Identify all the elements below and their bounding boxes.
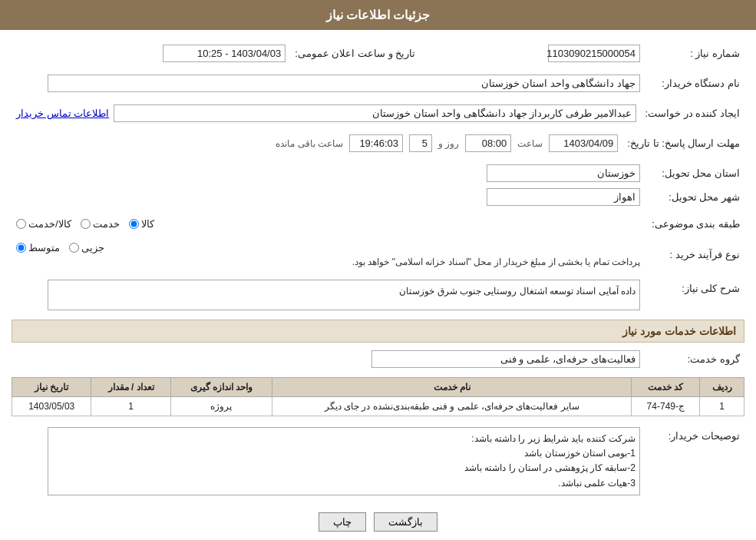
row-shomare-tarikh: شماره نیاز : 1103090215000054 تاریخ و سا… xyxy=(12,41,744,65)
th-tedad: تعداد / مقدار xyxy=(91,378,170,397)
th-tarikh: تاریخ نیاز xyxy=(12,378,91,397)
gorohe-table: گروه خدمت: فعالیت‌های حرفه‌ای، علمی و فن… xyxy=(12,347,744,371)
service-table-body: 1 ج-749-74 سایر فعالیت‌های حرفه‌ای، علمی… xyxy=(12,397,744,416)
cell-nam: سایر فعالیت‌های حرفه‌ای، علمی و فنی طبقه… xyxy=(272,397,632,416)
ostan-cell: خوزستان xyxy=(12,161,645,185)
page-container: جزئیات اطلاعات نیاز شماره نیاز : 1103090… xyxy=(0,0,756,540)
mohlat-saat: 08:00 xyxy=(465,134,511,152)
cell-tarikh: 1403/05/03 xyxy=(12,397,91,416)
sharh-label: شرح کلی نیاز: xyxy=(645,277,744,313)
tarikh-cell: 1403/04/03 - 10:25 xyxy=(12,41,290,65)
radio-khadamat-label: خدمت xyxy=(93,218,120,230)
gorohe-label: گروه خدمت: xyxy=(645,347,744,371)
radio-khadamat-input[interactable] xyxy=(81,219,91,229)
shomare-niaz-value: 1103090215000054 xyxy=(548,45,640,62)
tarikh-value: 1403/04/03 - 10:25 xyxy=(163,45,286,62)
th-vahed: واحد اندازه گیری xyxy=(170,378,272,397)
page-header: جزئیات اطلاعات نیاز xyxy=(0,0,756,30)
farayand-note: پرداخت تمام یا بخشی از مبلغ خریدار از مح… xyxy=(16,257,640,267)
toseye-outer-table: توصیحات خریدار: شرکت کننده باید شرایط زی… xyxy=(12,424,744,499)
row-shahr: شهر محل تحویل: اهواز xyxy=(12,185,744,209)
mohlat-label: مهلت ارسال پاسخ: تا تاریخ: xyxy=(622,131,744,155)
mohlat-baqi: 19:46:03 xyxy=(349,134,403,152)
row-ostan: استان محل تحویل: خوزستان xyxy=(12,161,744,185)
table-row: 1 ج-749-74 سایر فعالیت‌های حرفه‌ای، علمی… xyxy=(12,397,744,416)
ostan-label: استان محل تحویل: xyxy=(645,161,744,185)
ijad-label: ایجاد کننده در خواست: xyxy=(641,101,744,125)
sharh-outer-table: شرح کلی نیاز: داده آمایی اسناد توسعه اشت… xyxy=(12,277,744,313)
print-button[interactable]: چاپ xyxy=(319,512,366,532)
shomare-niaz-cell: 1103090215000054 xyxy=(431,41,645,65)
top-info-table: شماره نیاز : 1103090215000054 تاریخ و سا… xyxy=(12,41,744,65)
cell-kod: ج-749-74 xyxy=(632,397,700,416)
toseye-value: شرکت کننده باید شرایط زیر را داشته باشد:… xyxy=(48,427,640,495)
radio-kala-khadamat-label: کالا/خدمت xyxy=(28,218,71,230)
mohlat-date: 1403/04/09 xyxy=(549,134,618,152)
ijad-value: عبدالامیر طرفی کاربرداز جهاد دانشگاهی وا… xyxy=(114,104,636,122)
mohlat-fields: 1403/04/09 ساعت 08:00 روز و 5 19:46:03 س… xyxy=(16,134,618,152)
sharh-value: داده آمایی اسناد توسعه اشتغال روستایی جن… xyxy=(48,280,640,310)
th-kod: کد خدمت xyxy=(632,378,700,397)
page-title: جزئیات اطلاعات نیاز xyxy=(326,8,431,22)
dastgah-value: جهاد دانشگاهی واحد استان خوزستان xyxy=(48,75,640,92)
row-farayand: نوع فرآیند خرید : متوسط جزیی پرداخت تمام… xyxy=(12,239,744,270)
radio-kala[interactable]: کالا xyxy=(129,218,154,230)
ijad-cell: عبدالامیر طرفی کاربرداز جهاد دانشگاهی وا… xyxy=(12,101,641,125)
khadamat-section-title: اطلاعات خدمات مورد نیاز xyxy=(12,320,744,343)
radio-kala-khadamat-input[interactable] xyxy=(16,219,26,229)
gorohe-value: فعالیت‌های حرفه‌ای، علمی و فنی xyxy=(371,350,640,368)
radio-kala-khadamat[interactable]: کالا/خدمت xyxy=(16,218,71,230)
radio-motavasset-input[interactable] xyxy=(16,243,26,253)
th-radif: ردیف xyxy=(700,378,744,397)
radio-joz-i-label: جزیی xyxy=(81,242,104,253)
dastgah-label: نام دستگاه خریدار: xyxy=(645,71,744,95)
sharh-cell: داده آمایی اسناد توسعه اشتغال روستایی جن… xyxy=(12,277,645,313)
mohlat-saat-label: ساعت xyxy=(517,138,543,149)
shahr-cell: اهواز xyxy=(12,185,645,209)
shahr-label: شهر محل تحویل: xyxy=(645,185,744,209)
radio-joz-i-input[interactable] xyxy=(69,243,79,253)
row-mohlat: مهلت ارسال پاسخ: تا تاریخ: 1403/04/09 سا… xyxy=(12,131,744,155)
back-button[interactable]: بازگشت xyxy=(374,512,437,532)
service-table: ردیف کد خدمت نام خدمت واحد اندازه گیری ت… xyxy=(12,377,744,416)
shomare-niaz-label: شماره نیاز : xyxy=(645,41,744,65)
tabaqe-radio-group: کالا/خدمت خدمت کالا xyxy=(16,218,640,230)
mohlat-roz: 5 xyxy=(409,134,432,152)
service-table-head: ردیف کد خدمت نام خدمت واحد اندازه گیری ت… xyxy=(12,378,744,397)
mohlat-roz-label: روز و xyxy=(438,138,459,149)
dastgah-table: نام دستگاه خریدار: جهاد دانشگاهی واحد اس… xyxy=(12,71,744,95)
radio-motavasset[interactable]: متوسط xyxy=(16,242,60,253)
mohlat-cell: 1403/04/09 ساعت 08:00 روز و 5 19:46:03 س… xyxy=(12,131,622,155)
row-dastgah: نام دستگاه خریدار: جهاد دانشگاهی واحد اس… xyxy=(12,71,744,95)
tabaqe-table: طبقه بندی موضوعی: کالا/خدمت خدمت کالا xyxy=(12,215,744,233)
tarikh-label: تاریخ و ساعت اعلان عمومی: xyxy=(290,41,431,65)
row-toseye: توصیحات خریدار: شرکت کننده باید شرایط زی… xyxy=(12,424,744,499)
row-ijad: ایجاد کننده در خواست: عبدالامیر طرفی کار… xyxy=(12,101,744,125)
shahr-value: اهواز xyxy=(487,188,640,206)
main-content: شماره نیاز : 1103090215000054 تاریخ و سا… xyxy=(0,38,756,540)
radio-motavasset-label: متوسط xyxy=(28,242,60,253)
toseye-cell: شرکت کننده باید شرایط زیر را داشته باشد:… xyxy=(12,424,645,499)
farayand-table: نوع فرآیند خرید : متوسط جزیی پرداخت تمام… xyxy=(12,239,744,270)
toseye-label: توصیحات خریدار: xyxy=(645,424,744,499)
farayand-cell: متوسط جزیی پرداخت تمام یا بخشی از مبلغ خ… xyxy=(12,239,645,270)
cell-vahed: پروژه xyxy=(170,397,272,416)
tabaqe-cell: کالا/خدمت خدمت کالا xyxy=(12,215,645,233)
cell-tedad: 1 xyxy=(91,397,170,416)
row-gorohe: گروه خدمت: فعالیت‌های حرفه‌ای، علمی و فن… xyxy=(12,347,744,371)
ostan-table: استان محل تحویل: خوزستان شهر محل تحویل: … xyxy=(12,161,744,209)
radio-joz-i[interactable]: جزیی xyxy=(69,242,104,253)
gorohe-cell: فعالیت‌های حرفه‌ای، علمی و فنی xyxy=(12,347,645,371)
mohlat-table: مهلت ارسال پاسخ: تا تاریخ: 1403/04/09 سا… xyxy=(12,131,744,155)
radio-kala-input[interactable] xyxy=(129,219,139,229)
contact-link[interactable]: اطلاعات تماس خریدار xyxy=(16,108,109,119)
radio-khadamat[interactable]: خدمت xyxy=(81,218,120,230)
provider-row: عبدالامیر طرفی کاربرداز جهاد دانشگاهی وا… xyxy=(16,104,636,122)
service-header-row: ردیف کد خدمت نام خدمت واحد اندازه گیری ت… xyxy=(12,378,744,397)
cell-radif: 1 xyxy=(700,397,744,416)
mohlat-baqi-label: ساعت باقی مانده xyxy=(276,138,343,149)
th-nam: نام خدمت xyxy=(272,378,632,397)
farayand-radio-group: متوسط جزیی xyxy=(16,242,640,253)
row-sharh: شرح کلی نیاز: داده آمایی اسناد توسعه اشت… xyxy=(12,277,744,313)
tabaqe-label: طبقه بندی موضوعی: xyxy=(645,215,744,233)
